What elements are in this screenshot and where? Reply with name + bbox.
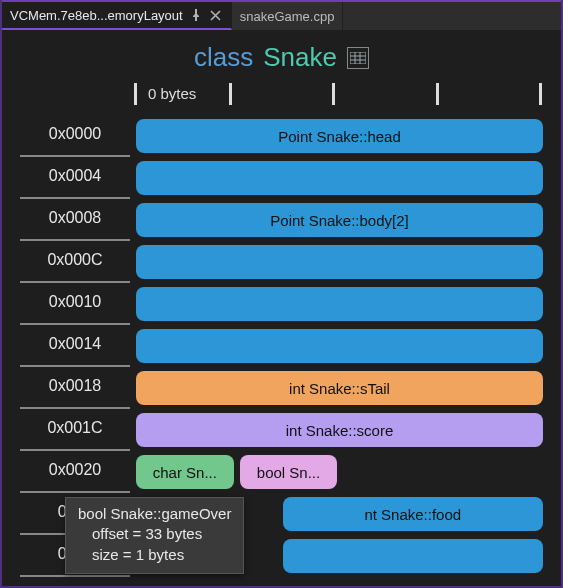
offset-cell: 0x0020	[20, 451, 130, 493]
member-body[interactable]: Point Snake::body[2]	[136, 203, 543, 237]
memory-row: 0x0014	[20, 325, 543, 367]
tooltip-offset: offset = 33 bytes	[78, 524, 231, 544]
tab-label: snakeGame.cpp	[240, 9, 335, 24]
memory-row: 0x0000Point Snake::head	[20, 115, 543, 157]
member-head[interactable]: Point Snake::head	[136, 119, 543, 153]
memory-row: 0x001Cint Snake::score	[20, 409, 543, 451]
block-cell: char Sn...bool Sn...	[136, 455, 543, 489]
memory-row: 0x0010	[20, 283, 543, 325]
member-body-cont-3[interactable]	[136, 329, 543, 363]
tab-source-file[interactable]: snakeGame.cpp	[232, 2, 344, 30]
block-cell	[136, 161, 543, 195]
member-head-cont[interactable]	[136, 161, 543, 195]
offset-cell: 0x0010	[20, 283, 130, 325]
block-cell	[136, 245, 543, 279]
class-title: class Snake	[2, 30, 561, 81]
member-gameover[interactable]: bool Sn...	[240, 455, 338, 489]
offset-cell: 0x0008	[20, 199, 130, 241]
member-body-cont-2[interactable]	[136, 287, 543, 321]
memory-row: 0x0004	[20, 157, 543, 199]
offset-cell: 0x000C	[20, 241, 130, 283]
tooltip-title: bool Snake::gameOver	[78, 504, 231, 524]
byte-ruler: 0 bytes	[130, 81, 543, 109]
offset-cell: 0x001C	[20, 409, 130, 451]
close-icon[interactable]	[209, 8, 223, 22]
offset-cell: 0x0018	[20, 367, 130, 409]
block-cell	[136, 287, 543, 321]
ruler-zero-label: 0 bytes	[148, 85, 196, 102]
class-name: Snake	[263, 42, 337, 73]
tab-label: VCMem.7e8eb...emoryLayout	[10, 8, 183, 23]
pin-icon[interactable]	[189, 8, 203, 22]
tab-memory-layout[interactable]: VCMem.7e8eb...emoryLayout	[2, 2, 232, 30]
block-cell: Point Snake::head	[136, 119, 543, 153]
tab-bar: VCMem.7e8eb...emoryLayout snakeGame.cpp	[2, 0, 561, 30]
offset-cell: 0x0004	[20, 157, 130, 199]
svg-rect-0	[350, 52, 366, 64]
memory-row: 0x0020char Sn...bool Sn...	[20, 451, 543, 493]
byte-ruler-row: 0 bytes	[2, 81, 561, 115]
member-food[interactable]: nt Snake::food	[283, 497, 543, 531]
keyword-class: class	[194, 42, 253, 73]
block-cell: Point Snake::body[2]	[136, 203, 543, 237]
tooltip-size: size = 1 bytes	[78, 545, 231, 565]
offset-cell: 0x0014	[20, 325, 130, 367]
memory-row: 0x0008Point Snake::body[2]	[20, 199, 543, 241]
member-char[interactable]: char Sn...	[136, 455, 234, 489]
memory-row: 0x0018int Snake::sTail	[20, 367, 543, 409]
memory-row: 0x000C	[20, 241, 543, 283]
member-body-cont-1[interactable]	[136, 245, 543, 279]
block-cell	[136, 329, 543, 363]
block-cell: int Snake::score	[136, 413, 543, 447]
block-cell: int Snake::sTail	[136, 371, 543, 405]
layout-grid-icon[interactable]	[347, 47, 369, 69]
member-food-cont[interactable]	[283, 539, 543, 573]
member-stail[interactable]: int Snake::sTail	[136, 371, 543, 405]
member-tooltip: bool Snake::gameOver offset = 33 bytes s…	[65, 497, 244, 574]
offset-cell: 0x0000	[20, 115, 130, 157]
member-score[interactable]: int Snake::score	[136, 413, 543, 447]
